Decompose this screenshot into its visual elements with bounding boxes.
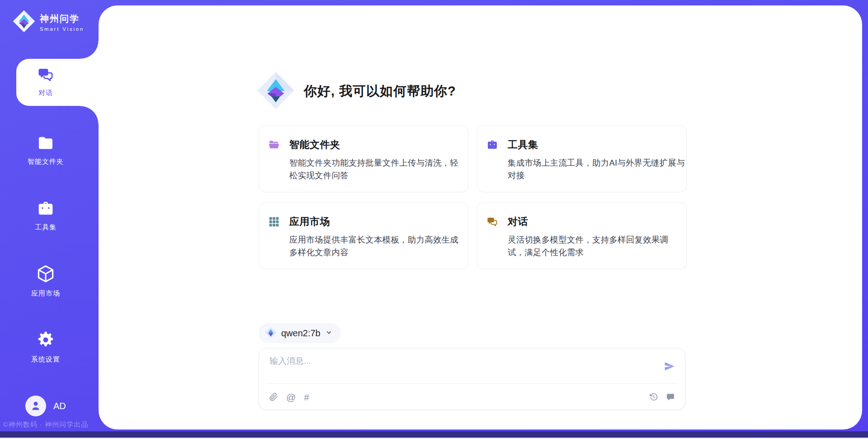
sidebar-item-settings[interactable]: 系统设置	[0, 330, 91, 364]
sidebar-item-label: 智能文件夹	[28, 157, 64, 166]
sidebar-item-label: 工具集	[35, 223, 57, 232]
gear-icon	[36, 330, 56, 352]
grid-icon	[268, 216, 280, 228]
composer-toolbar: @ #	[259, 384, 685, 410]
card-app-market[interactable]: 应用市场 应用市场提供丰富长文本模板，助力高效生成多样化文章内容	[259, 202, 468, 269]
chat-icon	[486, 216, 498, 228]
card-chat[interactable]: 对话 灵活切换多模型文件，支持多样回复效果调试，满足个性化需求	[477, 202, 687, 269]
model-selector[interactable]: qwen2:7b	[259, 323, 341, 343]
user-initials: AD	[53, 401, 66, 411]
user-profile[interactable]: AD	[25, 396, 66, 416]
card-title: 对话	[508, 215, 528, 229]
briefcase-icon	[486, 139, 498, 151]
sidebar-item-toolset[interactable]: 工具集	[0, 200, 91, 232]
app-title: 神州问学	[40, 13, 84, 25]
card-description: 应用市场提供丰富长文本模板，助力高效生成多样化文章内容	[289, 234, 467, 259]
message-composer: @ #	[259, 348, 685, 410]
person-icon	[29, 400, 42, 412]
composer: qwen2:7b @ #	[259, 323, 685, 410]
greeting: 你好, 我可以如何帮助你?	[257, 72, 456, 111]
attach-button[interactable]	[269, 392, 278, 401]
card-title: 智能文件夹	[289, 138, 340, 152]
assistant-logo-icon	[257, 72, 295, 111]
model-logo-icon	[265, 327, 277, 340]
cube-icon	[36, 264, 56, 286]
open-folder-icon	[268, 139, 280, 151]
message-input[interactable]	[269, 355, 645, 380]
history-button[interactable]	[649, 392, 658, 401]
send-icon	[663, 360, 675, 372]
paperclip-icon	[269, 392, 278, 401]
folder-icon	[37, 134, 55, 154]
chat-icon	[37, 66, 54, 85]
mention-button[interactable]: @	[286, 392, 296, 402]
feature-cards: 智能文件夹 智能文件夹功能支持批量文件上传与清洗，轻松实现文件问答 工具集 集成…	[259, 125, 687, 269]
sidebar-item-app-market[interactable]: 应用市场	[0, 264, 91, 298]
chevron-down-icon	[325, 329, 333, 338]
send-button[interactable]	[662, 359, 676, 373]
brand-logo-icon	[13, 10, 35, 34]
card-title: 工具集	[508, 138, 538, 152]
sidebar-item-label: 对话	[38, 89, 53, 97]
new-chat-button[interactable]	[666, 392, 675, 401]
chat-bubble-icon	[666, 392, 675, 401]
footer-strip	[0, 431, 868, 438]
sidebar: 神州问学 Smart Vision 对话 智能文件夹	[0, 0, 99, 439]
brand-text: 神州问学 Smart Vision	[40, 13, 84, 32]
avatar	[25, 396, 46, 416]
sidebar-item-label: 系统设置	[31, 355, 60, 364]
brand: 神州问学 Smart Vision	[13, 10, 84, 34]
sidebar-item-chat[interactable]: 对话	[0, 66, 91, 97]
card-smart-folder[interactable]: 智能文件夹 智能文件夹功能支持批量文件上传与清洗，轻松实现文件问答	[259, 125, 468, 192]
card-toolset[interactable]: 工具集 集成市场上主流工具，助力AI与外界无缝扩展与对接	[477, 125, 687, 192]
model-name: qwen2:7b	[281, 328, 321, 339]
card-title: 应用市场	[289, 215, 330, 229]
card-description: 集成市场上主流工具，助力AI与外界无缝扩展与对接	[508, 157, 685, 182]
sidebar-item-label: 应用市场	[31, 289, 60, 298]
greeting-title: 你好, 我可以如何帮助你?	[304, 82, 456, 100]
hashtag-button[interactable]: #	[304, 392, 309, 402]
app-subtitle: Smart Vision	[40, 26, 84, 32]
sidebar-item-smart-folder[interactable]: 智能文件夹	[0, 134, 91, 166]
app-window: 神州问学 Smart Vision 对话 智能文件夹	[0, 0, 868, 439]
card-description: 智能文件夹功能支持批量文件上传与清洗，轻松实现文件问答	[289, 157, 467, 182]
copyright-text: ©神州数码 · 神州问学出品	[0, 420, 91, 429]
history-icon	[649, 392, 658, 401]
briefcase-icon	[37, 200, 55, 220]
card-description: 灵活切换多模型文件，支持多样回复效果调试，满足个性化需求	[508, 234, 685, 259]
